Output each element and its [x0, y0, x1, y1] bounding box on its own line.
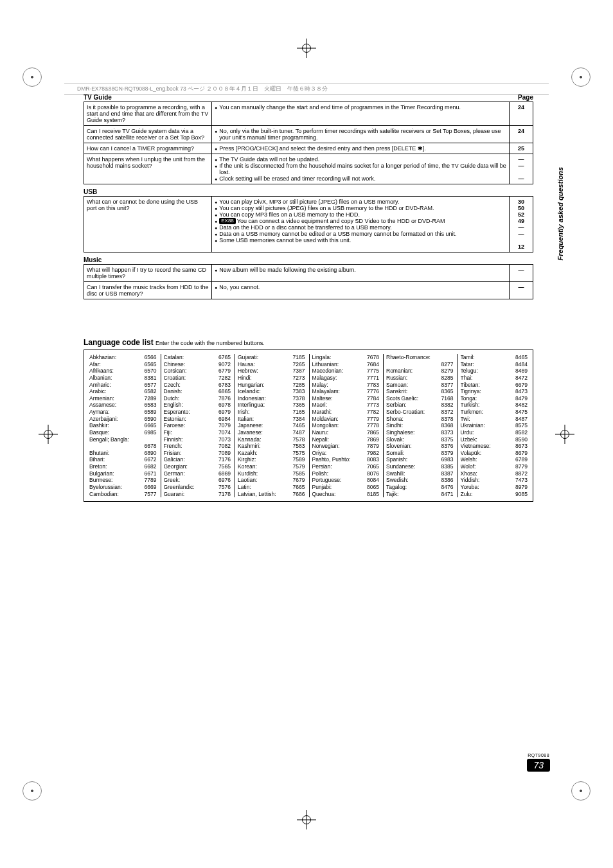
language-row: Cambodian:7577 — [89, 491, 157, 498]
language-row: Galician:7176 — [164, 456, 231, 463]
language-row: Hungarian:7285 — [238, 382, 305, 389]
faq-page-ref: 30505249——12 — [510, 197, 533, 252]
language-row: Volapük:8679 — [461, 450, 528, 457]
language-row: Faroese:7079 — [164, 422, 231, 429]
language-row: Sundanese:8385 — [386, 463, 454, 470]
faq-page-ref: — — [510, 265, 533, 282]
language-code-box: Abkhazian:6566Afar:6565Afrikaans:6570Alb… — [84, 350, 533, 502]
language-row: Lithuanian:7684 — [312, 361, 380, 368]
faq-page-ref: 24 — [510, 126, 533, 143]
language-row: Assamese:6583 — [89, 402, 157, 409]
section-head-tvguide: TV Guide Page — [84, 94, 533, 101]
language-row: Czech:6783 — [164, 382, 231, 389]
language-row: Chinese:9072 — [164, 361, 231, 368]
faq-page-ref: ——— — [510, 154, 533, 184]
language-row: Mongolian:7778 — [312, 422, 380, 429]
language-row: Kurdish:7585 — [238, 470, 305, 477]
section-head-usb: USB — [84, 188, 533, 195]
faq-answer: You can manually change the start and en… — [212, 102, 510, 126]
language-row: Latin:7665 — [238, 484, 305, 491]
language-row: Vietnamese:8673 — [461, 443, 528, 450]
language-row: Rhaeto-Romance: — [386, 354, 454, 361]
language-row: Spanish:6983 — [386, 456, 454, 463]
language-row: Kannada:7578 — [238, 436, 305, 443]
language-row: Persian:7065 — [312, 463, 380, 470]
language-row: Fiji:7074 — [164, 429, 231, 436]
language-row: Javanese:7487 — [238, 429, 305, 436]
language-row: Maltese:7784 — [312, 395, 380, 402]
language-row: Albanian:8381 — [89, 375, 157, 382]
language-row: Corsican:6779 — [164, 368, 231, 375]
language-row: Malay:7783 — [312, 382, 380, 389]
language-row: Yoruba:8979 — [461, 484, 528, 491]
language-row: Sindhi:8368 — [386, 422, 454, 429]
faq-question: How can I cancel a TIMER programming? — [84, 143, 212, 154]
language-row: Tonga:8479 — [461, 395, 528, 402]
language-row: Tajik:8471 — [386, 491, 454, 498]
language-row: Polish:8076 — [312, 470, 380, 477]
register-mark — [22, 781, 42, 801]
language-row: Tigrinya:8473 — [461, 388, 528, 395]
faq-answer: New album will be made following the exi… — [212, 265, 510, 282]
language-row: Shona:8378 — [386, 416, 454, 423]
language-row: Malayalam:7776 — [312, 388, 380, 395]
page-column-head: Page — [518, 94, 533, 101]
language-row: Catalan:6765 — [164, 354, 231, 361]
language-row: Oriya:7982 — [312, 450, 380, 457]
language-row: Serbo-Croatian:8372 — [386, 409, 454, 416]
language-column: Rhaeto-Romance:8277Romanian:8279Russian:… — [383, 354, 456, 497]
language-row: Croatian:7282 — [164, 375, 231, 382]
language-row: Bihari:6672 — [89, 456, 157, 463]
language-row: Somali:8379 — [386, 450, 454, 457]
language-row: Arabic:6582 — [89, 388, 157, 395]
language-row: Danish:6865 — [164, 388, 231, 395]
language-row: English:6978 — [164, 402, 231, 409]
language-row: Guarani:7178 — [164, 491, 231, 498]
language-row: Turkish:8482 — [461, 402, 528, 409]
faq-table-usb: What can or cannot be done using the USB… — [84, 196, 533, 252]
language-row: Swedish:8386 — [386, 477, 454, 484]
language-row: Frisian:7089 — [164, 450, 231, 457]
language-row: Amharic:6577 — [89, 382, 157, 389]
language-row: Afrikaans:6570 — [89, 368, 157, 375]
faq-question: What happens when I unplug the unit from… — [84, 154, 212, 184]
language-row: Nepali:7869 — [312, 436, 380, 443]
page-number: 73 — [527, 759, 550, 772]
language-row: Nauru:7865 — [312, 429, 380, 436]
faq-page-ref: 25 — [510, 143, 533, 154]
language-row: Singhalese:8373 — [386, 429, 454, 436]
faq-page-ref: — — [510, 282, 533, 299]
language-row: Romanian:8279 — [386, 368, 454, 375]
language-row: Basque:6985 — [89, 429, 157, 436]
language-row: Maori:7773 — [312, 402, 380, 409]
language-row: Quechua:8185 — [312, 491, 380, 498]
language-row: Telugu:8469 — [461, 368, 528, 375]
faq-question: What will happen if I try to record the … — [84, 265, 212, 282]
language-row: Burmese:7789 — [89, 477, 157, 484]
faq-question: What can or cannot be done using the USB… — [84, 197, 212, 252]
language-row: Latvian, Lettish:7686 — [238, 491, 305, 498]
language-row: Scots Gaelic:7168 — [386, 395, 454, 402]
language-row: 8277 — [386, 361, 454, 368]
language-row: Abkhazian:6566 — [89, 354, 157, 361]
section-title: TV Guide — [84, 94, 112, 101]
language-row: Byelorussian:6669 — [89, 484, 157, 491]
language-row: Serbian:8382 — [386, 402, 454, 409]
language-row: Bhutani:6890 — [89, 450, 157, 457]
language-row: Afar:6565 — [89, 361, 157, 368]
language-column: Abkhazian:6566Afar:6565Afrikaans:6570Alb… — [87, 354, 159, 497]
crop-target — [44, 430, 53, 439]
crop-target — [302, 815, 311, 824]
language-row: Marathi:7782 — [312, 409, 380, 416]
language-row: Kashmiri:7583 — [238, 443, 305, 450]
language-row: Turkmen:8475 — [461, 409, 528, 416]
language-row: Gujarati:7185 — [238, 354, 305, 361]
register-mark — [571, 67, 591, 87]
language-row: French:7082 — [164, 443, 231, 450]
language-row: Interlingua:7365 — [238, 402, 305, 409]
language-row: Kazakh:7575 — [238, 450, 305, 457]
language-row: German:6869 — [164, 470, 231, 477]
language-row: Slovak:8375 — [386, 436, 454, 443]
language-row: Zulu:9085 — [461, 491, 528, 498]
language-row: Armenian:7289 — [89, 395, 157, 402]
